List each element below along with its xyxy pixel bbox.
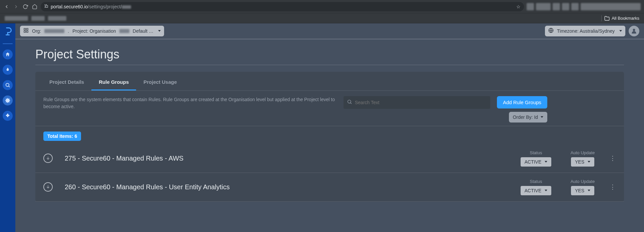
star-icon[interactable]: ☆ [516, 4, 521, 9]
forward-icon[interactable] [13, 3, 19, 10]
chevron-down-icon [158, 30, 161, 32]
url-redacted [122, 5, 131, 9]
page-title: Project Settings [35, 47, 624, 65]
globe-icon [548, 28, 554, 34]
expand-row-button[interactable] [43, 182, 53, 192]
extension-icon[interactable] [553, 3, 560, 10]
browser-chrome: portal.secure60.io/settings/project/ ☆ [0, 0, 644, 13]
bookmarks-bar: All Bookmarks [0, 13, 644, 23]
site-info-icon[interactable] [44, 4, 49, 9]
autoupdate-select[interactable]: YES [571, 157, 594, 167]
svg-rect-8 [26, 28, 28, 30]
svg-point-0 [45, 4, 45, 5]
extension-icon[interactable] [527, 3, 534, 10]
panel-description: Rule Groups are the system elements that… [43, 96, 337, 110]
autoupdate-header: Auto Update [571, 179, 595, 184]
panel: Project Details Rule Groups Project Usag… [35, 72, 624, 202]
autoupdate-select[interactable]: YES [571, 186, 594, 195]
status-value: ACTIVE [525, 188, 542, 193]
autoupdate-header: Auto Update [571, 150, 595, 155]
sidebar [0, 23, 15, 232]
expand-row-button[interactable] [43, 154, 53, 163]
rule-title: 275 - Secure60 - Managed Rules - AWS [59, 155, 509, 162]
svg-point-13 [633, 29, 635, 31]
avatar[interactable] [629, 26, 639, 36]
autoupdate-value: YES [575, 159, 584, 165]
project-label: Project: Organisation [72, 28, 116, 34]
home-icon[interactable] [31, 3, 38, 10]
status-select[interactable]: ACTIVE [521, 157, 552, 167]
svg-point-4 [6, 83, 9, 86]
tab-project-details[interactable]: Project Details [42, 72, 91, 90]
refresh-icon[interactable] [22, 3, 29, 10]
back-icon[interactable] [3, 3, 10, 10]
org-label: Org: [32, 28, 41, 34]
extension-icon[interactable] [562, 3, 569, 10]
sidebar-divider [3, 43, 13, 44]
total-items-badge: Total Items: 6 [43, 132, 81, 141]
sidebar-item-integrations[interactable] [3, 111, 13, 121]
search-box[interactable] [344, 96, 490, 109]
tabs: Project Details Rule Groups Project Usag… [35, 72, 624, 91]
order-by-button[interactable]: Order By: Id [509, 112, 547, 123]
search-input[interactable] [355, 100, 487, 105]
rule-title: 260 - Secure60 - Managed Rules - User En… [59, 183, 509, 191]
chevron-down-icon [541, 116, 543, 118]
svg-line-5 [9, 86, 10, 87]
org-redacted [44, 29, 64, 33]
svg-point-14 [348, 100, 351, 103]
chevron-down-icon [619, 30, 622, 32]
sidebar-item-alerts[interactable] [3, 65, 13, 75]
sidebar-item-settings[interactable] [3, 95, 13, 105]
extension-icon[interactable] [571, 3, 579, 10]
status-select[interactable]: ACTIVE [521, 186, 552, 195]
separator [601, 15, 602, 21]
status-header: Status [530, 179, 542, 184]
chevron-down-icon [545, 161, 547, 163]
status-value: ACTIVE [525, 159, 542, 165]
autoupdate-value: YES [575, 188, 584, 193]
order-by-label: Order By: Id [513, 114, 538, 120]
apps-icon [23, 28, 29, 34]
project-redacted [119, 29, 129, 33]
chevron-down-icon [588, 161, 590, 163]
search-icon [347, 99, 352, 106]
svg-rect-7 [24, 28, 26, 30]
svg-rect-10 [26, 31, 28, 33]
chevron-down-icon [545, 190, 547, 191]
url-path: /settings/project/ [88, 4, 122, 9]
svg-rect-9 [24, 31, 26, 33]
main: Org: . Project: Organisation Default … T… [15, 23, 644, 232]
status-header: Status [530, 150, 542, 155]
url-bar[interactable]: portal.secure60.io/settings/project/ ☆ [41, 2, 524, 11]
app-logo[interactable] [3, 27, 12, 36]
all-bookmarks-label: All Bookmarks [612, 16, 639, 21]
chevron-down-icon [588, 190, 590, 191]
context-selector[interactable]: Org: . Project: Organisation Default … [20, 26, 164, 36]
topbar: Org: . Project: Organisation Default … T… [15, 23, 644, 39]
sidebar-item-search[interactable] [3, 80, 13, 90]
project-suffix: Default … [133, 28, 153, 34]
rule-row: 260 - Secure60 - Managed Rules - User En… [35, 173, 624, 202]
add-rule-groups-button[interactable]: Add Rule Groups [497, 96, 547, 108]
tab-rule-groups[interactable]: Rule Groups [91, 72, 136, 90]
rule-row: 275 - Secure60 - Managed Rules - AWS Sta… [35, 144, 624, 173]
svg-point-3 [46, 4, 46, 5]
bookmark-item[interactable] [31, 16, 45, 21]
sidebar-item-home[interactable] [3, 49, 13, 59]
extension-icon[interactable] [536, 3, 551, 10]
all-bookmarks-button[interactable]: All Bookmarks [604, 16, 639, 21]
profile-redacted[interactable] [581, 3, 641, 10]
bookmark-item[interactable] [48, 16, 66, 21]
url-domain: portal.secure60.io [51, 4, 88, 9]
svg-line-15 [351, 103, 352, 104]
row-menu-button[interactable]: ⋮ [609, 183, 616, 191]
tab-project-usage[interactable]: Project Usage [136, 72, 184, 90]
timezone-label: Timezone: Australia/Sydney [557, 28, 615, 34]
bookmark-item[interactable] [5, 16, 28, 21]
timezone-selector[interactable]: Timezone: Australia/Sydney [545, 26, 625, 36]
row-menu-button[interactable]: ⋮ [609, 155, 616, 162]
svg-point-2 [45, 7, 45, 8]
svg-point-1 [45, 6, 45, 6]
